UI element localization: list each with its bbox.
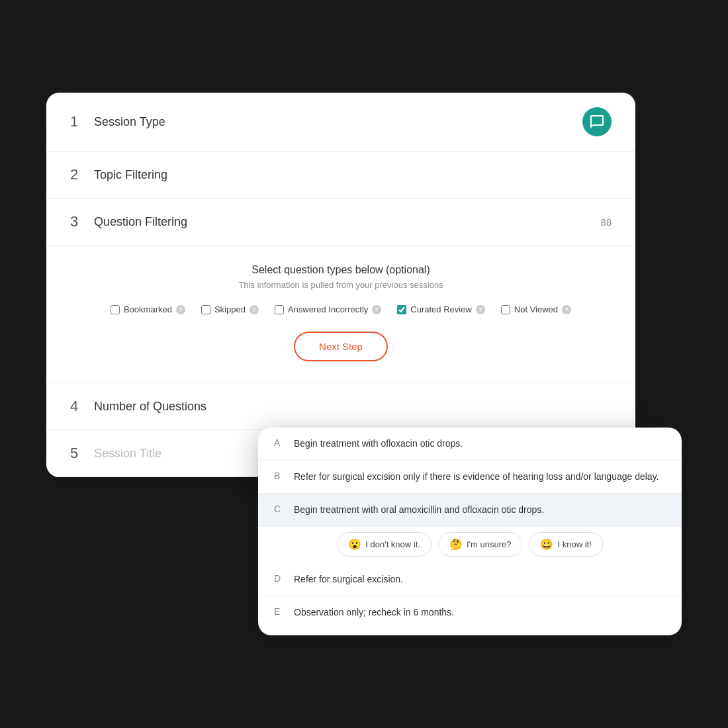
not-viewed-help-icon[interactable]: ? <box>562 305 571 314</box>
section-4-row[interactable]: 4 Number of Questions <box>46 383 635 430</box>
qf-title: Select question types below (optional) <box>70 264 612 276</box>
answered-incorrectly-checkbox[interactable] <box>275 305 284 314</box>
dont-know-button[interactable]: 😮 I don't know it. <box>337 532 432 557</box>
answer-text-b: Refer for surgical excision only if ther… <box>294 470 659 484</box>
answer-letter-c: C <box>274 503 285 514</box>
answer-text-a: Begin treatment with ofloxacin otic drop… <box>294 437 463 451</box>
dont-know-label: I don't know it. <box>365 539 420 549</box>
section-3-title: Question Filtering <box>94 215 187 229</box>
know-it-emoji: 😀 <box>540 538 553 551</box>
curated-review-checkbox[interactable] <box>397 305 406 314</box>
section-2-title: Topic Filtering <box>94 168 167 182</box>
checkbox-bookmarked[interactable]: Bookmarked ? <box>111 304 185 314</box>
section-5-title: Session Title <box>94 447 161 461</box>
section-3-row[interactable]: 3 Question Filtering 88 <box>46 199 635 246</box>
question-filter-body: Select question types below (optional) T… <box>46 246 635 383</box>
section-5-number: 5 <box>70 445 83 462</box>
answer-letter-e: E <box>274 606 285 617</box>
answer-option-a[interactable]: A Begin treatment with ofloxacin otic dr… <box>258 428 682 461</box>
not-viewed-checkbox[interactable] <box>501 305 510 314</box>
checkbox-skipped[interactable]: Skipped ? <box>201 304 259 314</box>
qf-subtitle: This information is pulled from your pre… <box>70 280 612 290</box>
section-1-number: 1 <box>70 113 83 130</box>
section-4-title: Number of Questions <box>94 400 206 414</box>
section-1-icon-wrapper <box>582 107 612 136</box>
curated-review-help-icon[interactable]: ? <box>476 305 485 314</box>
dont-know-emoji: 😮 <box>348 538 361 551</box>
answer-option-e[interactable]: E Observation only; recheck in 6 months. <box>258 596 682 629</box>
know-it-button[interactable]: 😀 I know it! <box>529 532 602 557</box>
checkboxes-row: Bookmarked ? Skipped ? Answered Incorrec… <box>70 304 612 314</box>
checkbox-answered-incorrectly[interactable]: Answered Incorrectly ? <box>275 304 381 314</box>
section-2-row[interactable]: 2 Topic Filtering <box>46 152 635 199</box>
section-3-number: 3 <box>70 213 83 230</box>
answer-letter-a: A <box>274 437 285 448</box>
section-2-number: 2 <box>70 166 83 183</box>
unsure-button[interactable]: 🤔 I'm unsure? <box>438 532 523 557</box>
answer-text-c: Begin treatment with oral amoxicillin an… <box>294 503 544 517</box>
section-1-row[interactable]: 1 Session Type <box>46 93 635 152</box>
chat-icon <box>589 114 605 130</box>
answer-text-d: Refer for surgical excision. <box>294 572 403 586</box>
skipped-checkbox[interactable] <box>201 305 210 314</box>
answer-option-b[interactable]: B Refer for surgical excision only if th… <box>258 461 682 494</box>
checkbox-curated-review[interactable]: Curated Review ? <box>397 304 485 314</box>
answer-option-d[interactable]: D Refer for surgical excision. <box>258 563 682 596</box>
bookmarked-checkbox[interactable] <box>111 305 120 314</box>
answer-letter-b: B <box>274 470 285 481</box>
chat-icon-circle <box>582 107 612 136</box>
not-viewed-label: Not Viewed <box>514 304 558 314</box>
answered-incorrectly-help-icon[interactable]: ? <box>372 305 381 314</box>
checkbox-not-viewed[interactable]: Not Viewed ? <box>501 304 571 314</box>
curated-review-label: Curated Review <box>410 304 472 314</box>
know-it-label: I know it! <box>557 539 591 549</box>
section-3-badge: 88 <box>600 216 612 228</box>
quiz-card: A Begin treatment with ofloxacin otic dr… <box>258 428 682 635</box>
bookmarked-label: Bookmarked <box>124 304 172 314</box>
next-step-button[interactable]: Next Step <box>294 332 388 361</box>
confidence-buttons-row: 😮 I don't know it. 🤔 I'm unsure? 😀 I kno… <box>258 527 682 563</box>
unsure-emoji: 🤔 <box>449 538 463 551</box>
skipped-label: Skipped <box>214 304 246 314</box>
answer-letter-d: D <box>274 572 285 584</box>
main-card: 1 Session Type 2 Topic Filtering 3 Quest… <box>46 93 635 477</box>
section-4-number: 4 <box>70 398 83 415</box>
section-1-title: Session Type <box>94 115 165 129</box>
answered-incorrectly-label: Answered Incorrectly <box>288 304 368 314</box>
bookmarked-help-icon[interactable]: ? <box>176 305 185 314</box>
skipped-help-icon[interactable]: ? <box>250 305 259 314</box>
answer-text-e: Observation only; recheck in 6 months. <box>294 606 454 619</box>
answer-option-c[interactable]: C Begin treatment with oral amoxicillin … <box>258 494 682 527</box>
unsure-label: I'm unsure? <box>467 539 512 549</box>
